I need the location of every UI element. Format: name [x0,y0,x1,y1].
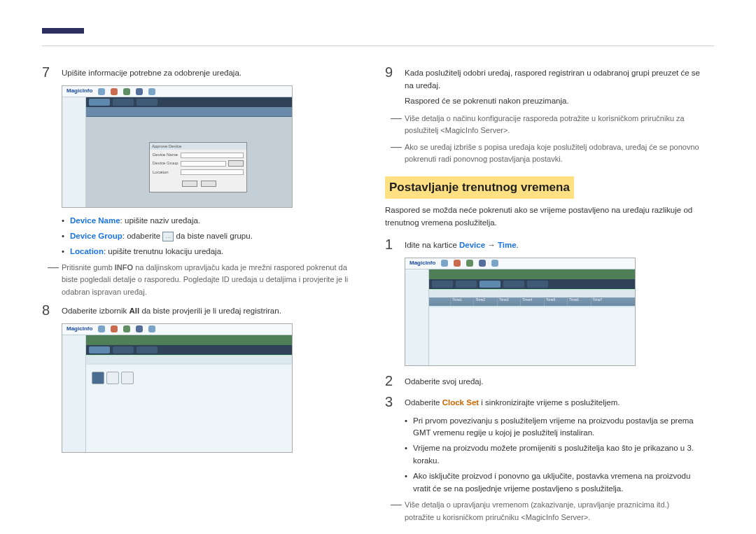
note-info-button: ― Pritisnite gumb INFO na daljinskom upr… [48,262,357,297]
step-line1: Kada poslužitelj odobri uređaj, raspored… [405,67,700,92]
approve-dialog: Approve Device Device Name Device Group … [149,142,247,192]
shot-main: Time1 Time2 Time3 Time4 Time5 Time6 Time… [429,269,635,365]
bullet-rest: : upišite trenutnu lokaciju uređaja. [104,247,223,255]
shot-greenbar [86,335,292,345]
screenshot-all-devices: MagicInfo [62,323,293,453]
note-bold: INFO [115,263,133,272]
shot-tab [479,281,500,288]
shot-tabbar [429,279,635,289]
shot-sidebar [405,269,429,365]
step-post: i sinkronizirajte vrijeme s poslužitelje… [479,398,620,407]
bullet-rest: : upišite naziv uređaja. [120,216,200,225]
bullet-dot: • [405,442,413,468]
bullet-list-time-notes: •Pri prvom povezivanju s poslužiteljem v… [405,415,700,496]
nav-icon [148,88,155,95]
step-pre: Idite na kartice [405,241,459,249]
step-1: 1 Idite na kartice Device → Time. [385,237,700,252]
step-bold: All [130,307,140,315]
nav-icon [123,325,130,332]
bullet-text: Ako isključite proizvod i ponovno ga ukl… [413,470,700,496]
bullet-device-group: • Device Group: odaberite … da biste nav… [62,230,357,243]
shot-tabbar [86,97,292,107]
bullet-list-device-fields: • Device Name: upišite naziv uređaja. • … [62,215,357,258]
nav-icon [479,260,486,267]
shot-tab [136,99,158,106]
step-9: 9 Kada poslužitelj odobri uređaj, raspor… [385,64,700,107]
note-time-management: ― Više detalja o upravljanju vremenom (z… [391,499,700,523]
note-text: Više detalja o načinu konfiguracije rasp… [405,113,700,136]
note-pre: Pritisnite gumb [62,263,115,272]
step-pre: Odaberite [405,398,442,407]
bullet-dot: • [62,215,70,227]
shot-sidebar [62,97,86,207]
dash-icon: ― [48,262,62,297]
shot-content [429,307,635,365]
step-number: 1 [385,237,405,252]
dlg-input [181,169,244,175]
shot-content: Approve Device Device Name Device Group … [86,117,292,207]
step-8: 8 Odaberite izbornik All da biste provje… [42,302,357,318]
note-schedule-config: ― Više detalja o načinu konfiguracije ra… [391,113,700,136]
step-text: Upišite informacije potrebne za odobrenj… [62,64,357,80]
shot-tab [89,346,110,353]
nav-icon [441,260,448,267]
step-number: 7 [42,64,62,80]
bullet-location: • Location: upišite trenutnu lokaciju ur… [62,246,357,258]
nav-icon [136,325,143,332]
shot-tab [527,281,548,288]
nav-icon [123,88,130,95]
shot-tab [113,99,134,106]
bullet-dot: • [62,246,70,258]
section-intro: Raspored se možda neće pokrenuti ako se … [385,204,700,230]
screenshot-approve-device: MagicInfo Approve Device Device Name Dev… [62,85,293,208]
dlg-label: Device Name [153,152,181,158]
bullet-item: •Vrijeme na proizvodu možete promijeniti… [405,442,700,468]
dash-icon: ― [391,141,405,165]
step-number: 8 [42,302,62,318]
step-post: . [517,241,519,249]
shot-main: Approve Device Device Name Device Group … [86,97,292,207]
right-column: 9 Kada poslužitelj odobri uređaj, raspor… [385,64,700,528]
bullet-text: Vrijeme na proizvodu možete promijeniti … [413,442,700,468]
bullet-item: •Ako isključite proizvod i ponovno ga uk… [405,470,700,496]
time-col: Time7 [591,297,614,306]
page-header-rule [42,45,714,46]
shot-tab [432,281,453,288]
shot-filterbar [429,289,635,297]
shot-tabbar [86,345,292,355]
browse-icon: … [162,232,174,241]
section-heading-time: Postavljanje trenutnog vremena [385,176,574,199]
dlg-browse-btn [228,160,244,167]
nav-icon [136,88,143,95]
nav-icon [491,260,498,267]
step-2: 2 Odaberite svoj uređaj. [385,373,700,388]
step-number: 3 [385,394,405,409]
note-device-delete: ― Ako se uređaj izbriše s popisa uređaja… [391,141,700,165]
bullet-label: Device Name [70,216,120,225]
app-logo: MagicInfo [66,325,92,333]
note-text: Ako se uređaj izbriše s popisa uređaja k… [405,141,700,165]
app-logo: MagicInfo [410,259,435,267]
step-link-device: Device [459,241,485,249]
dlg-label: Location [153,169,181,176]
bullet-dot: • [62,230,70,243]
time-col: Time1 [450,297,473,306]
bullet-text: Pri prvom povezivanju s poslužiteljem vr… [413,415,700,440]
dialog-title: Approve Device [150,143,246,150]
nav-icon [111,325,118,332]
left-column: 7 Upišite informacije potrebne za odobre… [42,64,357,460]
step-3: 3 Odaberite Clock Set i sinkronizirajte … [385,394,700,409]
step-number: 9 [385,64,405,107]
dlg-input [181,153,244,158]
bullet-device-name: • Device Name: upišite naziv uređaja. [62,215,357,227]
shot-tab [89,99,110,106]
dlg-input [181,161,226,167]
step-post: da biste provjerili je li uređaj registr… [139,307,281,315]
step-link-clockset: Clock Set [442,398,479,407]
bullet-item: •Pri prvom povezivanju s poslužiteljem v… [405,415,700,440]
dlg-ok-btn [182,181,197,187]
shot-tab [136,346,158,353]
screenshot-device-time: MagicInfo Time1 Time2 Time3 Time4 [405,258,636,366]
dlg-label: Device Group [153,160,181,167]
time-col: Time3 [497,297,520,306]
